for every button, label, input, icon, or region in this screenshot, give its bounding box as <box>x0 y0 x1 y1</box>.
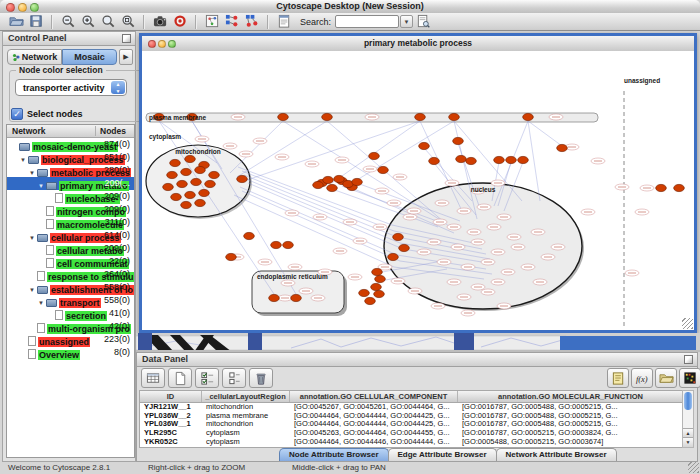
graph-node[interactable] <box>278 113 289 120</box>
graph-node[interactable] <box>656 184 667 191</box>
unselect-attributes-icon[interactable] <box>222 368 246 388</box>
graph-node[interactable] <box>518 156 529 163</box>
graph-node[interactable] <box>365 297 376 304</box>
cell-cellular-component[interactable]: [GO:0044464, GO:0044444, GO:0044425, G..… <box>290 420 458 429</box>
graph-node[interactable] <box>205 180 216 187</box>
graph-node[interactable] <box>494 156 505 163</box>
graph-node[interactable] <box>419 142 430 149</box>
cell-region[interactable]: mitochondrion <box>202 403 290 412</box>
graph-node[interactable] <box>371 283 382 290</box>
cell-molecular-function[interactable]: [GO:0016787, GO:0005488, GO:0005215, G..… <box>458 420 682 429</box>
cell-region[interactable]: mitochondrion <box>202 420 290 429</box>
cell-cellular-component[interactable]: [GO:0044464, GO:0044444, GO:0044425, G..… <box>290 446 458 447</box>
graph-node[interactable] <box>322 113 333 120</box>
graph-node[interactable] <box>181 168 192 175</box>
graph-node[interactable] <box>523 113 534 120</box>
graph-node[interactable] <box>456 155 467 162</box>
network-tree-item[interactable]: multi-organism pro42(0) <box>7 320 134 333</box>
graph-node[interactable] <box>195 166 206 173</box>
graph-node[interactable] <box>313 181 324 188</box>
zoom-out-icon[interactable] <box>59 14 77 30</box>
graph-node[interactable] <box>399 244 410 251</box>
cell-id[interactable]: YDR039C__1 <box>140 446 202 447</box>
graph-node[interactable] <box>185 191 196 198</box>
tab-edge-attribute-browser[interactable]: Edge Attribute Browser <box>388 448 497 461</box>
layout-b-icon[interactable] <box>243 14 261 30</box>
cell-cellular-component[interactable]: [GO:0044464, GO:0044444, GO:0044425, G..… <box>290 412 458 421</box>
network-tree-item[interactable]: mosaic-demo-yeast874(0) <box>7 138 134 151</box>
more-tabs-arrow-icon[interactable]: ▶ <box>119 49 133 65</box>
graph-node[interactable] <box>327 184 338 191</box>
network-tree-item[interactable]: ▼cellular process614(0) <box>7 229 134 242</box>
zoom-fit-icon[interactable] <box>99 14 117 30</box>
function-builder-icon[interactable]: f(x) <box>631 368 653 388</box>
network-tree-header[interactable]: Network Nodes <box>7 125 134 138</box>
search-dropdown-arrow-icon[interactable]: ▼ <box>400 15 413 28</box>
scroll-down-icon[interactable]: ▼ <box>683 437 693 447</box>
graph-node[interactable] <box>226 253 237 260</box>
table-row[interactable]: YPL036W__2plasma membrane[GO:0044464, GO… <box>140 412 682 421</box>
graph-node[interactable] <box>393 233 404 240</box>
tree-column-nodes[interactable]: Nodes <box>100 125 126 137</box>
open-icon[interactable] <box>7 14 25 30</box>
cell-region[interactable]: cytoplasm <box>202 429 290 438</box>
graph-node[interactable] <box>185 155 196 162</box>
cell-molecular-function[interactable]: [GO:0016787, GO:0005488, GO:0005215, G..… <box>458 403 682 412</box>
graph-node[interactable] <box>244 232 255 239</box>
delete-attribute-icon[interactable] <box>249 368 273 388</box>
network-tree-item[interactable]: ▼establishment of lo558(0) <box>7 281 134 294</box>
save-icon[interactable] <box>27 14 45 30</box>
network-tree-item[interactable]: nitrogen compo209(0) <box>7 203 134 216</box>
cell-id[interactable]: YPL036W__2 <box>140 412 202 421</box>
graph-node[interactable] <box>378 166 389 173</box>
scrollbar-thumb[interactable] <box>684 392 692 410</box>
tab-node-attribute-browser[interactable]: Node Attribute Browser <box>279 448 389 461</box>
column-header[interactable]: _cellularLayoutRegion <box>202 391 290 402</box>
graph-node[interactable] <box>359 289 370 296</box>
network-tree-item[interactable]: unassigned223(0) <box>7 333 134 346</box>
cell-region[interactable]: plasma membrane <box>202 412 290 421</box>
network-view-window[interactable]: primary metabolic process plasma membran… <box>139 33 697 333</box>
network-tree-item[interactable]: cellular metabo209(0) <box>7 242 134 255</box>
table-row[interactable]: YKR052Ccytoplasm[GO:0044464, GO:0044446,… <box>140 438 682 447</box>
graph-node[interactable] <box>323 176 334 183</box>
column-header[interactable]: annotation.GO MOLECULAR_FUNCTION <box>458 391 684 402</box>
table-scrollbar[interactable]: ▲ ▼ <box>682 390 694 448</box>
select-attributes-icon[interactable] <box>195 368 219 388</box>
graph-node[interactable] <box>167 171 178 178</box>
network-tree-item[interactable]: ▼transport558(0) <box>7 294 134 307</box>
graph-node[interactable] <box>195 199 206 206</box>
graph-node[interactable] <box>269 294 280 301</box>
graph-node[interactable] <box>557 144 568 151</box>
network-tree-item[interactable]: Overview8(0) <box>7 346 134 359</box>
layout-a-icon[interactable] <box>223 14 241 30</box>
tree-column-network[interactable]: Network <box>12 125 46 137</box>
cell-cellular-component[interactable]: [GO:0045263, GO:0044464, GO:0044455, G..… <box>290 429 458 438</box>
help-lifesaver-icon[interactable] <box>171 14 189 30</box>
graph-node[interactable] <box>415 113 426 120</box>
graph-node[interactable] <box>372 268 383 275</box>
cell-molecular-function[interactable]: [GO:0005488, GO:0005215, GO:0003674] <box>458 438 682 447</box>
annotation-form-icon[interactable] <box>275 14 293 30</box>
graph-node[interactable] <box>170 159 181 166</box>
window-resize-grip[interactable] <box>682 318 693 329</box>
column-header[interactable]: annotation.GO CELLULAR_COMPONENT <box>290 391 458 402</box>
graph-node[interactable] <box>449 113 460 120</box>
graph-node[interactable] <box>181 201 192 208</box>
table-row[interactable]: YPL036W__1mitochondrion[GO:0044464, GO:0… <box>140 420 682 429</box>
network-tree-item[interactable]: nucleobase-209(0) <box>7 190 134 203</box>
graph-node[interactable] <box>271 241 282 248</box>
float-panel-icon[interactable] <box>122 34 131 43</box>
network-tree-item[interactable]: macromolecule311(0) <box>7 216 134 229</box>
cell-cellular-component[interactable]: [GO:0045267, GO:0045261, GO:0044464, G..… <box>290 403 458 412</box>
attr-grid-icon[interactable] <box>141 368 165 388</box>
graph-node[interactable] <box>674 184 685 191</box>
zoom-selected-icon[interactable] <box>119 14 137 30</box>
cell-id[interactable]: YLR295C <box>140 429 202 438</box>
node-color-select[interactable]: transporter activity ▲▼ <box>15 79 127 96</box>
graph-node[interactable] <box>334 175 345 182</box>
graph-node[interactable] <box>453 137 464 144</box>
float-panel-icon[interactable] <box>684 355 693 364</box>
graph-node[interactable] <box>374 290 385 297</box>
title-bar[interactable]: Cytoscape Desktop (New Session) <box>0 0 700 14</box>
